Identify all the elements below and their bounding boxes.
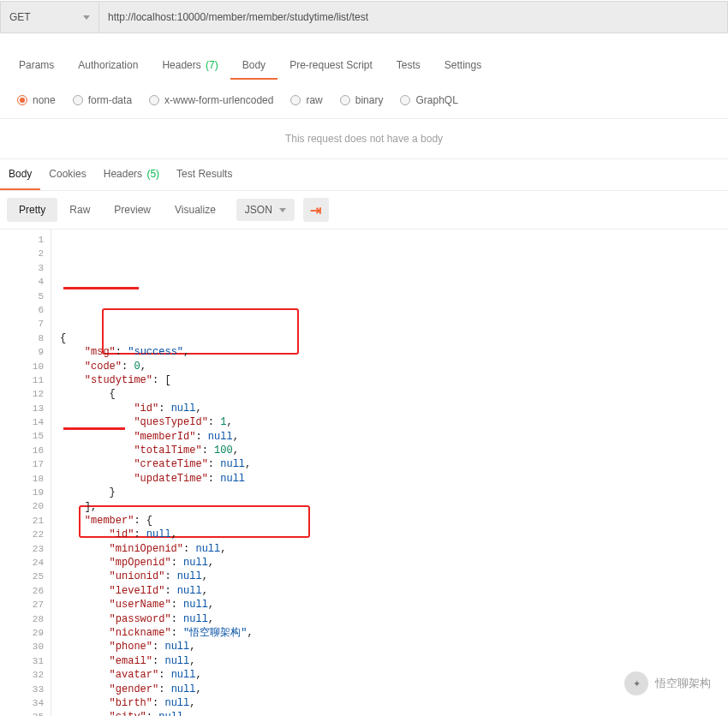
resp-headers-label: Headers: [104, 168, 142, 180]
tab-headers[interactable]: Headers (7): [150, 52, 230, 80]
response-format-dropdown[interactable]: JSON: [236, 199, 295, 221]
view-raw[interactable]: Raw: [57, 198, 102, 222]
view-visualize[interactable]: Visualize: [163, 198, 228, 222]
http-method-dropdown[interactable]: GET: [0, 1, 99, 33]
chevron-down-icon: [279, 208, 286, 212]
tab-body[interactable]: Body: [230, 52, 277, 80]
line-wrap-icon: ⇥: [310, 202, 321, 218]
watermark-icon: ✦: [624, 671, 648, 695]
tab-authorization[interactable]: Authorization: [66, 52, 150, 80]
resp-headers-count: (5): [146, 168, 159, 180]
response-tabs: Body Cookies Headers (5) Test Results: [0, 159, 728, 191]
no-body-message: This request does not have a body: [0, 119, 728, 159]
view-pretty[interactable]: Pretty: [7, 198, 57, 222]
radio-label: none: [33, 94, 56, 106]
line-gutter: 1234567891011121314151617181920212223242…: [0, 230, 51, 716]
url-input[interactable]: [99, 1, 728, 33]
radio-label: raw: [306, 94, 322, 106]
radio-none[interactable]: none: [17, 94, 56, 106]
radio-label: form-data: [88, 94, 132, 106]
tab-settings[interactable]: Settings: [433, 52, 493, 80]
radio-icon: [400, 95, 410, 105]
radio-icon: [17, 95, 27, 105]
radio-label: GraphQL: [415, 94, 457, 106]
resp-tab-cookies[interactable]: Cookies: [40, 159, 94, 190]
format-label: JSON: [245, 204, 272, 216]
highlight-studytime-key: [63, 287, 139, 289]
radio-raw[interactable]: raw: [290, 94, 322, 106]
body-type-row: none form-data x-www-form-urlencoded raw…: [0, 87, 728, 119]
radio-icon: [340, 95, 350, 105]
chevron-down-icon: [83, 15, 90, 20]
line-wrap-button[interactable]: ⇥: [303, 198, 329, 222]
json-code[interactable]: { "msg": "success", "code": 0, "studytim…: [51, 230, 728, 716]
response-body-editor[interactable]: 1234567891011121314151617181920212223242…: [0, 230, 728, 716]
tab-params[interactable]: Params: [7, 52, 66, 80]
radio-label: binary: [355, 94, 384, 106]
view-preview[interactable]: Preview: [102, 198, 163, 222]
tab-tests[interactable]: Tests: [385, 52, 433, 80]
resp-tab-headers[interactable]: Headers (5): [95, 159, 168, 190]
resp-tab-body[interactable]: Body: [0, 159, 40, 190]
tab-prerequest[interactable]: Pre-request Script: [277, 52, 385, 80]
tab-headers-label: Headers: [162, 59, 200, 71]
radio-icon: [73, 95, 83, 105]
response-view-bar: Pretty Raw Preview Visualize JSON ⇥: [0, 191, 728, 230]
request-url-bar: GET: [0, 0, 728, 34]
radio-binary[interactable]: binary: [340, 94, 384, 106]
http-method-label: GET: [9, 11, 31, 23]
radio-icon: [149, 95, 159, 105]
radio-graphql[interactable]: GraphQL: [400, 94, 457, 106]
radio-icon: [290, 95, 301, 105]
radio-xwww[interactable]: x-www-form-urlencoded: [149, 94, 273, 106]
resp-tab-testresults[interactable]: Test Results: [168, 159, 241, 190]
request-tabs: Params Authorization Headers (7) Body Pr…: [0, 45, 728, 87]
watermark: ✦ 悟空聊架构: [624, 671, 711, 695]
radio-formdata[interactable]: form-data: [73, 94, 132, 106]
headers-count: (7): [206, 59, 218, 71]
watermark-text: 悟空聊架构: [655, 676, 711, 691]
radio-label: x-www-form-urlencoded: [164, 94, 273, 106]
